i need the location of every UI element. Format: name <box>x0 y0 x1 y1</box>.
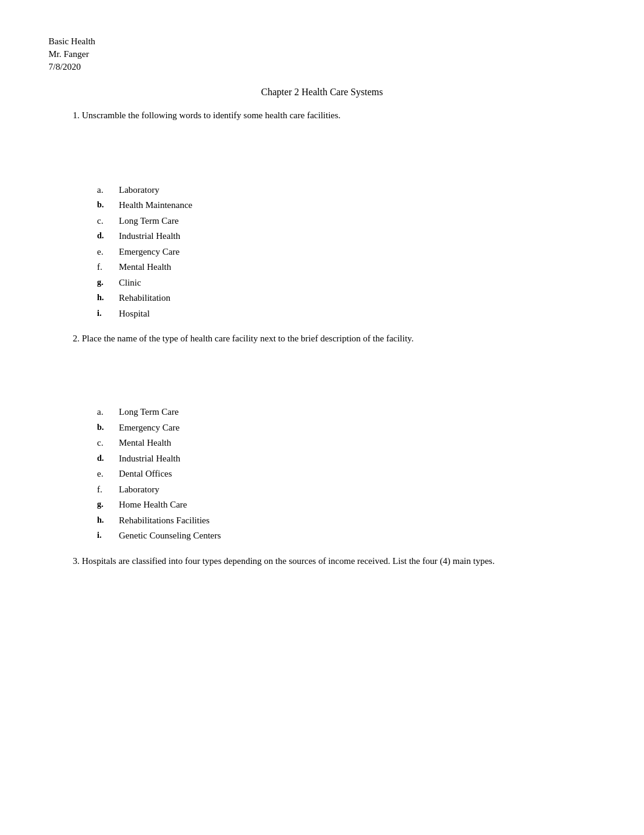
list-item: f. Mental Health <box>97 260 595 274</box>
list-item: g. Home Health Care <box>97 498 595 512</box>
list-text-c1: Long Term Care <box>119 214 179 228</box>
list-item: i. Genetic Counseling Centers <box>97 529 595 543</box>
question-1-list: a. Laboratory b. Health Maintenance c. L… <box>97 183 595 321</box>
header-block: Basic Health Mr. Fanger 7/8/2020 <box>49 36 595 72</box>
page-container: Basic Health Mr. Fanger 7/8/2020 Chapter… <box>0 0 644 609</box>
list-item: e. Emergency Care <box>97 245 595 259</box>
list-label-i1: i. <box>97 307 119 320</box>
list-label-e1: e. <box>97 245 119 259</box>
list-item: a. Long Term Care <box>97 405 595 419</box>
list-label-d1: d. <box>97 229 119 242</box>
list-item: b. Emergency Care <box>97 421 595 435</box>
list-text-e2: Dental Offices <box>119 467 172 481</box>
list-label-c1: c. <box>97 214 119 228</box>
list-label-a1: a. <box>97 183 119 197</box>
list-label-g2: g. <box>97 498 119 511</box>
list-item: h. Rehabilitations Facilities <box>97 514 595 528</box>
list-text-b1: Health Maintenance <box>119 198 192 212</box>
list-label-f1: f. <box>97 260 119 274</box>
list-text-a1: Laboratory <box>119 183 159 197</box>
list-item: b. Health Maintenance <box>97 198 595 212</box>
list-text-c2: Mental Health <box>119 436 171 450</box>
list-label-h1: h. <box>97 291 119 304</box>
question-2-list: a. Long Term Care b. Emergency Care c. M… <box>97 405 595 543</box>
list-label-i2: i. <box>97 529 119 542</box>
question-1-text: 1. Unscramble the following words to ide… <box>73 109 595 122</box>
list-label-a2: a. <box>97 405 119 419</box>
list-text-g2: Home Health Care <box>119 498 187 512</box>
list-text-b2: Emergency Care <box>119 421 179 435</box>
list-label-f2: f. <box>97 483 119 497</box>
question-1-block: 1. Unscramble the following words to ide… <box>49 109 595 320</box>
list-text-i1: Hospital <box>119 307 150 321</box>
question-2-block: 2. Place the name of the type of health … <box>49 331 595 543</box>
list-item: d. Industrial Health <box>97 452 595 466</box>
list-text-f2: Laboratory <box>119 483 159 497</box>
list-text-d2: Industrial Health <box>119 452 180 466</box>
list-item: f. Laboratory <box>97 483 595 497</box>
list-item: h. Rehabilitation <box>97 291 595 305</box>
list-item: c. Mental Health <box>97 436 595 450</box>
list-text-f1: Mental Health <box>119 260 171 274</box>
list-item: d. Industrial Health <box>97 229 595 243</box>
list-item: i. Hospital <box>97 307 595 321</box>
question-2-text: 2. Place the name of the type of health … <box>73 331 595 346</box>
list-text-d1: Industrial Health <box>119 229 180 243</box>
list-label-c2: c. <box>97 436 119 450</box>
list-text-h1: Rehabilitation <box>119 291 170 305</box>
list-label-b1: b. <box>97 198 119 211</box>
question-3-block: 3. Hospitals are classified into four ty… <box>49 554 595 568</box>
question-3-text: 3. Hospitals are classified into four ty… <box>73 554 595 568</box>
list-label-e2: e. <box>97 467 119 481</box>
list-label-g1: g. <box>97 276 119 289</box>
spacer-1 <box>49 129 595 177</box>
list-text-a2: Long Term Care <box>119 405 179 419</box>
list-label-d2: d. <box>97 452 119 464</box>
header-date: 7/8/2020 <box>49 62 595 72</box>
list-label-h2: h. <box>97 514 119 526</box>
list-text-i2: Genetic Counseling Centers <box>119 529 221 543</box>
list-label-b2: b. <box>97 421 119 434</box>
spacer-2 <box>49 350 595 399</box>
chapter-title: Chapter 2 Health Care Systems <box>49 87 595 98</box>
list-item: g. Clinic <box>97 276 595 290</box>
list-text-g1: Clinic <box>119 276 141 290</box>
list-text-h2: Rehabilitations Facilities <box>119 514 210 528</box>
list-item: c. Long Term Care <box>97 214 595 228</box>
list-text-e1: Emergency Care <box>119 245 179 259</box>
header-teacher: Mr. Fanger <box>49 49 595 59</box>
header-subject: Basic Health <box>49 36 595 47</box>
list-item: a. Laboratory <box>97 183 595 197</box>
list-item: e. Dental Offices <box>97 467 595 481</box>
